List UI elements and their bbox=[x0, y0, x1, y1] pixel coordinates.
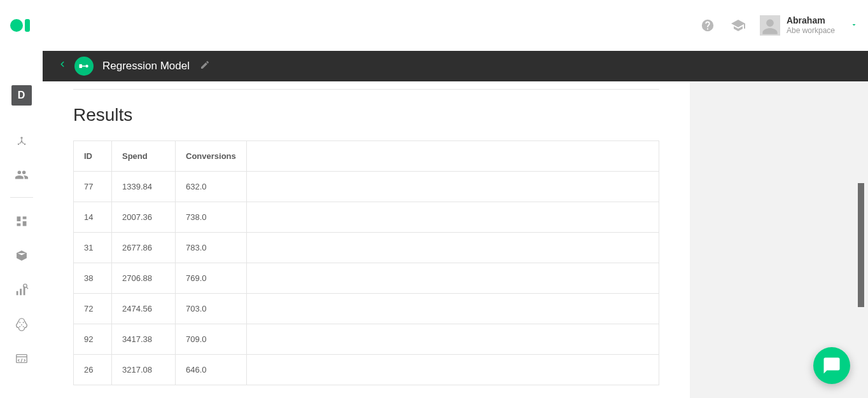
cell-conversions: 709.0 bbox=[176, 324, 247, 355]
cell-empty bbox=[246, 202, 659, 233]
cell-conversions: 769.0 bbox=[176, 263, 247, 294]
content: Results ID Spend Conversions 771339.8463… bbox=[43, 81, 868, 398]
logo-bar bbox=[25, 19, 30, 32]
avatar bbox=[760, 15, 780, 36]
logo-circle bbox=[10, 19, 23, 32]
svg-rect-7 bbox=[17, 217, 20, 222]
svg-point-18 bbox=[21, 324, 22, 326]
cell-spend: 2677.86 bbox=[112, 233, 176, 263]
dashboard-icon[interactable] bbox=[11, 211, 32, 231]
cell-id: 77 bbox=[74, 172, 112, 202]
cell-empty bbox=[246, 324, 659, 355]
back-chevron-icon[interactable] bbox=[58, 57, 67, 75]
table-row[interactable]: 263217.08646.0 bbox=[74, 355, 659, 385]
network-icon[interactable] bbox=[11, 245, 32, 266]
table-row[interactable]: 923417.38709.0 bbox=[74, 324, 659, 355]
code-icon[interactable] bbox=[11, 348, 32, 369]
chevron-down-icon bbox=[850, 21, 858, 31]
svg-rect-0 bbox=[80, 64, 83, 68]
svg-point-17 bbox=[22, 322, 24, 323]
svg-point-19 bbox=[19, 326, 20, 327]
table-row[interactable]: 722474.56703.0 bbox=[74, 294, 659, 324]
logo[interactable] bbox=[10, 17, 33, 34]
svg-point-1 bbox=[85, 65, 88, 68]
sidebar: D bbox=[0, 81, 43, 398]
table-row[interactable]: 142007.36738.0 bbox=[74, 202, 659, 233]
cell-id: 14 bbox=[74, 202, 112, 233]
cell-empty bbox=[246, 355, 659, 385]
table-row[interactable]: 771339.84632.0 bbox=[74, 172, 659, 202]
svg-rect-9 bbox=[22, 221, 26, 226]
table-row[interactable]: 312677.86783.0 bbox=[74, 233, 659, 263]
sidebar-divider bbox=[10, 197, 33, 198]
help-icon[interactable] bbox=[700, 18, 715, 33]
cell-conversions: 783.0 bbox=[176, 233, 247, 263]
cell-id: 31 bbox=[74, 233, 112, 263]
user-text: Abraham Abe workpace bbox=[787, 15, 835, 35]
cell-empty bbox=[246, 263, 659, 294]
results-section: Results ID Spend Conversions 771339.8463… bbox=[43, 81, 690, 398]
column-header-empty bbox=[246, 141, 659, 172]
results-heading: Results bbox=[73, 105, 659, 125]
cell-empty bbox=[246, 172, 659, 202]
top-bar: Abraham Abe workpace bbox=[0, 0, 868, 51]
user-menu[interactable]: Abraham Abe workpace bbox=[760, 15, 858, 36]
chat-button[interactable] bbox=[813, 347, 850, 384]
svg-point-5 bbox=[24, 144, 25, 146]
svg-point-20 bbox=[22, 326, 24, 327]
user-workspace: Abe workpace bbox=[787, 26, 835, 35]
sidebar-badge[interactable]: D bbox=[11, 85, 32, 106]
brain-icon[interactable] bbox=[11, 314, 32, 334]
svg-rect-8 bbox=[22, 217, 26, 219]
results-table: ID Spend Conversions 771339.84632.014200… bbox=[73, 141, 659, 385]
svg-rect-12 bbox=[20, 289, 22, 295]
page-title: Regression Model bbox=[102, 60, 190, 72]
cell-conversions: 703.0 bbox=[176, 294, 247, 324]
svg-point-4 bbox=[17, 144, 19, 146]
cell-id: 38 bbox=[74, 263, 112, 294]
user-name: Abraham bbox=[787, 15, 835, 26]
people-icon[interactable] bbox=[11, 165, 32, 185]
cell-conversions: 646.0 bbox=[176, 355, 247, 385]
column-header-spend[interactable]: Spend bbox=[112, 141, 176, 172]
analytics-icon[interactable] bbox=[11, 280, 32, 300]
cell-conversions: 632.0 bbox=[176, 172, 247, 202]
column-header-conversions[interactable]: Conversions bbox=[176, 141, 247, 172]
cell-spend: 1339.84 bbox=[112, 172, 176, 202]
cell-id: 92 bbox=[74, 324, 112, 355]
svg-line-15 bbox=[26, 287, 28, 289]
graduation-cap-icon[interactable] bbox=[731, 18, 746, 33]
cell-empty bbox=[246, 294, 659, 324]
cell-spend: 2706.88 bbox=[112, 263, 176, 294]
table-row[interactable]: 382706.88769.0 bbox=[74, 263, 659, 294]
cell-spend: 2007.36 bbox=[112, 202, 176, 233]
cell-empty bbox=[246, 233, 659, 263]
cell-spend: 3217.08 bbox=[112, 355, 176, 385]
scrollbar-thumb[interactable] bbox=[858, 183, 864, 307]
table-header-row: ID Spend Conversions bbox=[74, 141, 659, 172]
column-header-id[interactable]: ID bbox=[74, 141, 112, 172]
sources-icon[interactable] bbox=[11, 130, 32, 151]
title-bar: Regression Model bbox=[43, 51, 868, 81]
cell-spend: 3417.38 bbox=[112, 324, 176, 355]
cell-conversions: 738.0 bbox=[176, 202, 247, 233]
divider bbox=[73, 89, 659, 90]
svg-point-16 bbox=[19, 322, 20, 323]
svg-rect-11 bbox=[16, 291, 18, 295]
svg-point-3 bbox=[20, 137, 22, 139]
cell-spend: 2474.56 bbox=[112, 294, 176, 324]
cell-id: 72 bbox=[74, 294, 112, 324]
svg-point-6 bbox=[20, 141, 22, 142]
edit-icon[interactable] bbox=[200, 60, 210, 72]
cell-id: 26 bbox=[74, 355, 112, 385]
svg-rect-10 bbox=[17, 223, 20, 226]
model-icon bbox=[74, 57, 94, 76]
